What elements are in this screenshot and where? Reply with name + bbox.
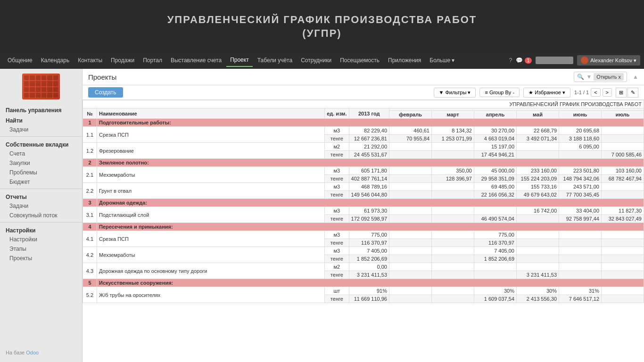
user-avatar-icon: [581, 57, 588, 64]
sidebar-logo: [0, 74, 82, 99]
sidebar-item-flow[interactable]: Совокупный поток: [0, 211, 82, 220]
col-jul-header: июль: [602, 111, 644, 119]
sidebar-dashboard-title: Панель управления: [0, 104, 82, 115]
nav-item-employees[interactable]: Сотрудники: [297, 54, 335, 66]
sidebar-item-settings[interactable]: Настройки: [0, 235, 82, 244]
sidebar-item-stages[interactable]: Этапы: [0, 244, 82, 254]
content-title: Проекты: [88, 73, 570, 81]
col-num-header: №: [83, 108, 97, 119]
sidebar-reports-title: Отчеты: [0, 191, 82, 201]
table-row: 4.2 Мехземработы м3 7 405,00 7 405,00: [83, 247, 644, 255]
pagination: 1-1 / 1 < >: [574, 88, 612, 97]
col-may-header: май: [517, 111, 559, 119]
table-title-cell: УПРАВЛЕНЧЕСКИЙ ГРАФИК ПРОИЗВОДСТВА РАБОТ: [83, 100, 644, 108]
sidebar-settings-title: Настройки: [0, 224, 82, 235]
nav-item-attendance[interactable]: Посещаемость: [336, 54, 383, 66]
sidebar-own-tabs-title: Собственные вкладки: [0, 139, 82, 149]
table-title-row: УПРАВЛЕНЧЕСКИЙ ГРАФИК ПРОИЗВОДСТВА РАБОТ: [83, 100, 644, 108]
table-row: 1.1 Срезка ПСП м3 82 229,40 460,61 8 134…: [83, 127, 644, 135]
prev-page-button[interactable]: <: [591, 88, 600, 97]
pagination-text: 1-1 / 1: [574, 90, 589, 95]
col-jun-header: июнь: [559, 111, 602, 119]
filter-tag-label: Открыть x: [596, 74, 621, 80]
sidebar-item-projects[interactable]: Проекты: [0, 254, 82, 263]
table-row: 5.2 Ж/б трубы на оросителях шт 91% 30% 3…: [83, 287, 644, 295]
table-section-header: 1 Подготовительные работы:: [83, 119, 644, 127]
user-menu-button[interactable]: Alexander Koltsov ▾: [577, 55, 640, 66]
list-view-button[interactable]: ⊞: [616, 88, 627, 98]
toolbar: Создать ▼ Фильтры ▾ ≡ Group By - ★ Избра…: [83, 85, 644, 100]
sidebar-item-problems[interactable]: Проблемы: [0, 168, 82, 177]
sidebar: Панель управления Найти Задачи Собственн…: [0, 69, 83, 362]
nav-item-invoice[interactable]: Выставление счета: [167, 54, 225, 66]
search-icon: 🔍: [577, 74, 584, 80]
filter-tag[interactable]: Открыть x: [594, 73, 624, 81]
create-button[interactable]: Создать: [88, 87, 123, 98]
help-icon[interactable]: ?: [509, 57, 512, 64]
brick-icon: [22, 74, 60, 99]
sidebar-divider-3: [0, 222, 82, 222]
top-navigation: Общение Календарь Контакты Продажи Порта…: [0, 52, 644, 69]
nav-item-sales[interactable]: Продажи: [107, 54, 138, 66]
odoo-credit: На базе Odoo: [0, 347, 83, 358]
page-title: УПРАВЛЕНЧЕСКИЙ ГРАФИК ПРОИЗВОДСТВА РАБОТ…: [0, 0, 644, 52]
sidebar-item-budget[interactable]: Бюджет: [0, 177, 82, 187]
form-view-button[interactable]: ✎: [627, 88, 638, 98]
table-row: 4.3 Дорожная одежда по основному типу до…: [83, 263, 644, 271]
content-area: Проекты 🔍 ▼ Открыть x ▲ Создать ▼ Фильтр…: [83, 69, 644, 362]
col-year-header: 2013 год: [349, 108, 389, 119]
table-section-header: 5 Искусственные сооружения:: [83, 279, 644, 287]
table-row: 1.2 Фрезерование м2 21 292,00 15 197,00 …: [83, 143, 644, 151]
sidebar-divider-1: [0, 136, 82, 137]
sidebar-item-tasks1[interactable]: Задачи: [0, 125, 82, 134]
nav-item-timesheets[interactable]: Табели учёта: [254, 54, 296, 66]
table-section-header: 4 Пересечения и примыкания:: [83, 223, 644, 231]
filter-icon: ▼: [586, 74, 592, 80]
col-unit-header: ед. изм.: [325, 108, 349, 119]
main-container: Панель управления Найти Задачи Собственн…: [0, 69, 644, 362]
sidebar-divider-2: [0, 189, 82, 189]
nav-item-contacts[interactable]: Контакты: [74, 54, 106, 66]
table-row: 4.1 Срезка ПСП м3 775,00 775,00: [83, 231, 644, 239]
col-mar-header: март: [432, 111, 474, 119]
nav-item-apps[interactable]: Приложения: [384, 54, 425, 66]
nav-item-obshenie[interactable]: Общение: [4, 54, 36, 66]
col-name-header: Наименование: [97, 108, 325, 119]
col-apr-header: апрель: [474, 111, 517, 119]
col-feb-header: февраль: [389, 111, 432, 119]
sidebar-item-accounts[interactable]: Счета: [0, 149, 82, 158]
filters-button[interactable]: ▼ Фильтры ▾: [434, 88, 476, 98]
table-row: 2.2 Грунт в отвал м3 468 789,16 69 485,0…: [83, 183, 644, 191]
table-row: 3.1 Подстилающий слой м3 61 973,30 16 74…: [83, 207, 644, 215]
nav-item-portal[interactable]: Портал: [139, 54, 166, 66]
table-section-header: 3 Дорожная одежда:: [83, 199, 644, 207]
content-header: Проекты 🔍 ▼ Открыть x ▲: [83, 69, 644, 85]
nav-item-calendar[interactable]: Календарь: [37, 54, 74, 66]
search-box[interactable]: 🔍 ▼ Открыть x: [574, 72, 627, 82]
progress-bar: [536, 57, 573, 64]
nav-item-more[interactable]: Больше ▾: [426, 54, 458, 66]
data-table: УПРАВЛЕНЧЕСКИЙ ГРАФИК ПРОИЗВОДСТВА РАБОТ…: [83, 100, 644, 303]
nav-item-project[interactable]: Проект: [226, 54, 253, 67]
view-buttons: ⊞ ✎: [616, 88, 638, 98]
collapse-icon[interactable]: ▲: [633, 74, 638, 80]
sidebar-find-title: Найти: [0, 115, 82, 125]
table-row: 2.1 Мехземработы м3 605 171,80 350,00 45…: [83, 167, 644, 175]
next-page-button[interactable]: >: [603, 88, 612, 97]
favorites-button[interactable]: ★ Избранное ▾: [523, 88, 570, 98]
groupby-button[interactable]: ≡ Group By -: [479, 88, 520, 97]
chat-icon[interactable]: 💬 1: [516, 57, 532, 64]
table-section-header: 2 Земляное полотно:: [83, 159, 644, 167]
sidebar-item-purchases[interactable]: Закупки: [0, 158, 82, 168]
user-name: Alexander Koltsov ▾: [590, 58, 636, 64]
sidebar-item-tasks2[interactable]: Задачи: [0, 201, 82, 211]
